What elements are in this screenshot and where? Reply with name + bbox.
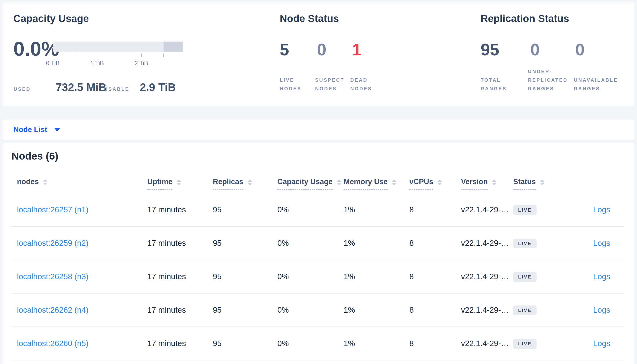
version-cell: v22.1.4-29-g… <box>461 205 513 214</box>
used-value: 732.5 MiB <box>56 81 106 94</box>
axis-tick <box>163 54 164 57</box>
axis-tick <box>53 54 53 57</box>
usable-label: USABLE <box>104 86 129 92</box>
version-cell: v22.1.4-29-g… <box>461 272 513 281</box>
column-header-uptime[interactable]: Uptime <box>147 177 213 193</box>
memory-use-cell: 1% <box>344 238 409 248</box>
node-status-title: Node Status <box>280 13 339 24</box>
vcpus-cell: 8 <box>409 339 461 348</box>
node-link[interactable]: localhost:26258 (n3) <box>17 272 89 281</box>
vcpus-cell: 8 <box>409 205 461 214</box>
sort-icon <box>392 179 396 185</box>
nodes-table-panel: Nodes (6) nodes Uptime Replicas Capacity… <box>2 143 635 364</box>
uptime-cell: 17 minutes <box>147 272 213 281</box>
uptime-cell: 17 minutes <box>147 205 213 214</box>
column-header-status[interactable]: Status <box>513 177 568 193</box>
replicas-cell: 95 <box>213 306 277 314</box>
replicas-cell: 95 <box>213 238 277 248</box>
status-badge: LIVE <box>513 306 537 315</box>
memory-use-cell: 1% <box>344 205 409 214</box>
capacity-usage-cell: 0% <box>277 272 344 281</box>
node-link[interactable]: localhost:26259 (n2) <box>17 238 89 248</box>
uptime-cell: 17 minutes <box>147 306 213 314</box>
unavailable-ranges-count: 0 <box>575 40 585 59</box>
unavailable-ranges-label: UNAVAILABLE RANGES <box>574 76 634 93</box>
memory-use-cell: 1% <box>344 339 409 348</box>
version-cell: v22.1.4-29-g… <box>461 238 513 248</box>
table-row: localhost:26260 (n5) 17 minutes 95 0% 1%… <box>12 327 624 360</box>
logs-link[interactable]: Logs <box>593 306 610 314</box>
axis-tick <box>119 54 119 57</box>
capacity-usage-cell: 0% <box>277 339 344 348</box>
cluster-summary-panel: Capacity Usage 0.0% 0 TiB 1 TiB 2 TiB US… <box>2 2 635 106</box>
node-list-dropdown-label: Node List <box>14 126 47 134</box>
capacity-usage-cell: 0% <box>277 238 344 248</box>
capacity-usage-cell: 0% <box>277 306 344 314</box>
table-row: localhost:26259 (n2) 17 minutes 95 0% 1%… <box>12 227 624 260</box>
logs-link[interactable]: Logs <box>593 272 610 281</box>
axis-tick <box>141 54 142 57</box>
column-header-memory-use[interactable]: Memory Use <box>344 177 409 193</box>
usable-value: 2.9 TiB <box>140 81 176 94</box>
sort-icon <box>248 179 252 185</box>
memory-use-cell: 1% <box>344 306 409 314</box>
suspect-nodes-label: SUSPECT NODES <box>315 76 350 93</box>
live-nodes-count: 5 <box>280 40 289 59</box>
uptime-cell: 17 minutes <box>147 339 213 348</box>
axis-tick-label: 1 TiB <box>90 60 104 67</box>
axis-tick-label: 2 TiB <box>135 60 148 67</box>
memory-use-cell: 1% <box>344 272 409 281</box>
table-row: localhost:26262 (n4) 17 minutes 95 0% 1%… <box>12 294 624 327</box>
table-row: localhost:26258 (n3) 17 minutes 95 0% 1%… <box>12 260 624 294</box>
sort-icon <box>540 179 544 185</box>
view-selector-bar: Node List <box>2 119 635 140</box>
vcpus-cell: 8 <box>409 238 461 248</box>
table-header-row: nodes Uptime Replicas Capacity Usage <box>12 177 624 193</box>
capacity-percent: 0.0% <box>14 37 59 60</box>
under-replicated-ranges-label: UNDER-REPLICATED RANGES <box>528 67 577 93</box>
status-badge: LIVE <box>513 272 537 282</box>
logs-link[interactable]: Logs <box>593 205 610 214</box>
status-badge: LIVE <box>513 205 537 215</box>
replication-status-title: Replication Status <box>481 13 569 24</box>
total-ranges-count: 95 <box>481 40 499 59</box>
capacity-usage-cell: 0% <box>277 205 344 214</box>
column-header-version[interactable]: Version <box>461 177 513 193</box>
column-header-capacity-usage[interactable]: Capacity Usage <box>277 177 344 193</box>
table-row: localhost:26257 (n1) 17 minutes 95 0% 1%… <box>12 193 624 227</box>
used-label: USED <box>14 86 31 92</box>
capacity-usage-title: Capacity Usage <box>14 13 89 24</box>
dead-nodes-label: DEAD NODES <box>350 76 380 93</box>
sort-icon <box>43 179 47 185</box>
vcpus-cell: 8 <box>409 272 461 281</box>
sort-icon <box>492 179 496 185</box>
status-badge: LIVE <box>513 238 537 248</box>
uptime-cell: 17 minutes <box>147 238 213 248</box>
axis-tick <box>75 54 75 57</box>
axis-tick-label: 0 TiB <box>46 60 60 67</box>
sort-icon <box>177 179 181 185</box>
axis-tick <box>97 54 97 57</box>
capacity-axis: 0 TiB 1 TiB 2 TiB <box>53 54 183 67</box>
column-header-vcpus[interactable]: vCPUs <box>409 177 461 193</box>
capacity-bar-chart <box>53 42 183 52</box>
replicas-cell: 95 <box>213 272 277 281</box>
column-header-nodes[interactable]: nodes <box>17 177 147 193</box>
node-link[interactable]: localhost:26262 (n4) <box>17 306 89 314</box>
column-header-replicas[interactable]: Replicas <box>213 177 277 193</box>
logs-link[interactable]: Logs <box>593 238 610 248</box>
node-list-dropdown[interactable]: Node List <box>14 120 60 140</box>
vcpus-cell: 8 <box>409 306 461 314</box>
logs-link[interactable]: Logs <box>593 339 610 348</box>
node-link[interactable]: localhost:26257 (n1) <box>17 205 89 214</box>
version-cell: v22.1.4-29-g… <box>461 339 513 348</box>
dead-nodes-count: 1 <box>352 40 362 59</box>
total-ranges-label: TOTAL RANGES <box>481 76 514 93</box>
under-replicated-ranges-count: 0 <box>530 40 540 59</box>
node-link[interactable]: localhost:26260 (n5) <box>17 339 89 348</box>
suspect-nodes-count: 0 <box>317 40 327 59</box>
sort-icon <box>438 179 442 185</box>
version-cell: v22.1.4-29-g… <box>461 306 513 314</box>
caret-down-icon <box>54 128 60 132</box>
live-nodes-label: LIVE NODES <box>280 76 310 93</box>
